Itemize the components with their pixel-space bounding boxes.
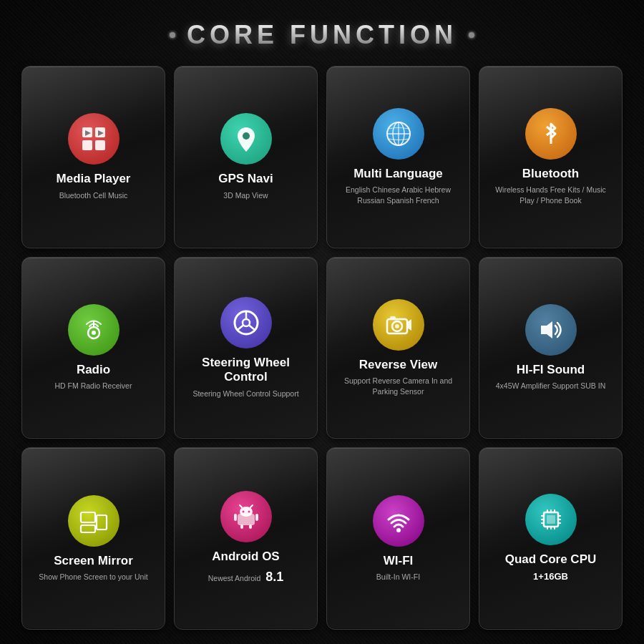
card-steering-wheel[interactable]: Steering Wheel Control Steering Wheel Co… [174,257,318,439]
bluetooth-title: Bluetooth [522,167,579,181]
android-version: 8.1 [265,570,283,584]
screen-mirror-subtitle: Show Phone Screen to your Unit [39,572,147,582]
svg-line-34 [240,505,242,507]
svg-point-32 [242,511,244,513]
wifi-title: WI-FI [384,554,414,568]
android-os-icon [220,491,272,542]
svg-point-22 [395,324,399,328]
reverse-view-subtitle: Support Reverse Camera In and Parking Se… [341,376,456,396]
hifi-sound-subtitle: 4x45W Amplifier Support SUB IN [496,381,605,391]
card-hifi-sound[interactable]: HI-FI Sound 4x45W Amplifier Support SUB … [479,257,623,439]
card-quad-core[interactable]: Quad Core CPU 1+16GB [479,447,623,630]
svg-rect-27 [97,515,107,530]
mirror-icon-svg [79,507,108,535]
reverse-view-title: Reverse View [359,358,437,372]
card-android-os[interactable]: Android OS Newest Android 8.1 [174,447,318,630]
wifi-icon-svg [384,507,413,535]
card-multi-language[interactable]: Multi Language English Chinese Arabic He… [326,66,470,248]
header-dot-right [469,32,474,38]
card-gps-navi[interactable]: GPS Navi 3D Map View [174,66,318,248]
svg-rect-2 [82,140,92,150]
media-player-subtitle: Bluetooth Cell Music [59,190,128,201]
page-title: CORE FUNCTION [187,20,457,50]
steering-wheel-subtitle: Steering Wheel Control Support [192,389,298,399]
svg-point-40 [396,528,401,532]
quad-core-title: Quad Core CPU [505,552,597,567]
gps-navi-title: GPS Navi [218,172,273,186]
media-player-title: Media Player [57,172,131,186]
header: CORE FUNCTION [170,20,474,50]
svg-rect-25 [81,512,95,522]
svg-marker-24 [541,321,552,338]
svg-rect-23 [390,316,396,320]
radio-subtitle: HD FM Radio Receiver [55,381,132,391]
card-wifi[interactable]: WI-FI Built-In WI-FI [326,447,470,630]
card-reverse-view[interactable]: Reverse View Support Reverse Camera In a… [326,257,470,439]
multi-language-subtitle: English Chinese Arabic Hebrew Russian Sp… [341,185,456,205]
svg-rect-38 [240,525,243,529]
wifi-subtitle: Built-In WI-FI [376,572,420,582]
media-icon-svg [79,125,108,153]
multi-language-icon [373,108,424,160]
gps-navi-subtitle: 3D Map View [223,190,268,201]
svg-point-6 [243,132,250,140]
cpu-icon-svg [537,505,565,534]
bluetooth-icon-svg [537,119,565,148]
card-radio[interactable]: Radio HD FM Radio Receiver [21,257,165,439]
bluetooth-subtitle: Wireless Hands Free Kits / Music Play / … [494,185,608,205]
steering-wheel-title: Steering Wheel Control [182,356,310,385]
page: CORE FUNCTION Media Player Bluetooth Cel… [0,0,644,644]
globe-icon-svg [384,119,413,148]
radio-icon-svg [79,316,108,344]
multi-language-title: Multi Language [353,167,443,181]
steering-wheel-icon [220,297,272,348]
android-icon-svg [232,502,260,531]
gps-navi-icon [220,113,272,165]
card-media-player[interactable]: Media Player Bluetooth Cell Music [21,66,165,248]
radio-icon [68,304,119,356]
hifi-sound-icon [525,304,577,356]
android-os-subtitle: Newest Android 8.1 [208,568,284,586]
wheel-icon-svg [232,308,260,337]
svg-point-16 [243,319,250,326]
bluetooth-icon [525,108,577,160]
quad-core-subtitle: 1+16GB [533,570,568,583]
svg-line-19 [249,325,255,329]
svg-rect-26 [81,525,95,532]
svg-rect-39 [249,525,252,529]
gps-icon-svg [232,125,260,153]
svg-point-33 [248,511,250,513]
reverse-view-icon [373,299,424,351]
header-dot-left [170,32,175,38]
card-bluetooth[interactable]: Bluetooth Wireless Hands Free Kits / Mus… [479,66,623,248]
camera-icon-svg [384,311,413,339]
wifi-icon [373,495,424,547]
media-player-icon [68,113,119,165]
quad-core-icon [525,494,577,545]
screen-mirror-title: Screen Mirror [54,554,133,568]
svg-line-18 [238,325,243,329]
hifi-sound-title: HI-FI Sound [517,363,585,377]
card-screen-mirror[interactable]: Screen Mirror Show Phone Screen to your … [21,447,165,630]
android-os-title: Android OS [212,550,279,564]
svg-rect-3 [95,140,105,150]
svg-point-13 [92,331,96,335]
sound-icon-svg [537,316,565,344]
svg-rect-36 [234,514,237,521]
radio-title: Radio [77,363,110,377]
svg-point-31 [240,507,253,517]
svg-rect-42 [547,515,555,524]
screen-mirror-icon [68,495,119,547]
svg-rect-37 [255,514,258,521]
svg-line-35 [250,505,253,507]
feature-grid: Media Player Bluetooth Cell Music GPS Na… [21,66,623,630]
